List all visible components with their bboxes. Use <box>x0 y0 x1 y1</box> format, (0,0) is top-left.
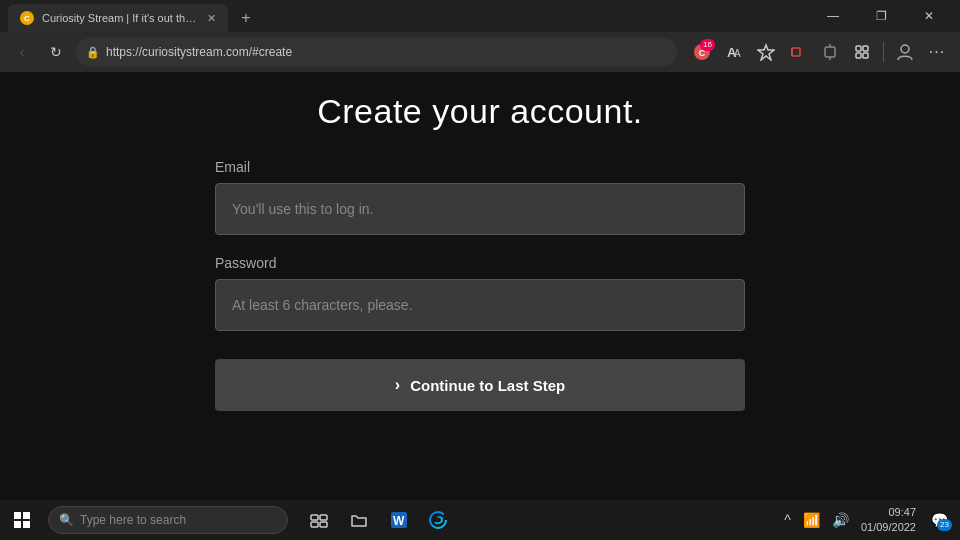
svg-marker-4 <box>758 45 774 60</box>
sound-icon[interactable]: 🔊 <box>828 510 853 530</box>
address-input[interactable]: 🔒 https://curiositystream.com/#create <box>76 38 677 66</box>
address-bar: ‹ ↻ 🔒 https://curiositystream.com/#creat… <box>0 32 960 72</box>
profile-icon[interactable] <box>890 37 920 67</box>
email-group: Email <box>215 159 745 235</box>
svg-rect-16 <box>320 515 327 520</box>
svg-rect-18 <box>320 522 327 527</box>
svg-rect-12 <box>856 53 861 58</box>
start-button[interactable] <box>0 500 44 540</box>
tab-close-icon[interactable]: ✕ <box>207 12 216 25</box>
more-button[interactable]: ··· <box>922 37 952 67</box>
svg-rect-10 <box>856 46 861 51</box>
system-clock[interactable]: 09:47 01/09/2022 <box>857 505 920 536</box>
collections-icon[interactable] <box>847 37 877 67</box>
minimize-button[interactable]: — <box>810 0 856 32</box>
email-input[interactable] <box>215 183 745 235</box>
copilot-badge: 16 <box>700 39 715 51</box>
svg-text:A: A <box>734 48 741 59</box>
title-bar: C Curiosity Stream | If it's out there..… <box>0 0 960 32</box>
password-label: Password <box>215 255 745 271</box>
refresh-button[interactable]: ↻ <box>42 38 70 66</box>
font-icon[interactable]: AA <box>719 37 749 67</box>
active-tab[interactable]: C Curiosity Stream | If it's out there..… <box>8 4 228 32</box>
svg-rect-15 <box>311 515 318 520</box>
tab-title: Curiosity Stream | If it's out there... <box>42 12 199 24</box>
edge-browser-button[interactable] <box>420 501 458 539</box>
maximize-button[interactable]: ❐ <box>858 0 904 32</box>
window-controls: — ❐ ✕ <box>810 0 952 32</box>
file-explorer-button[interactable] <box>340 501 378 539</box>
page-content: Create your account. Email Password › Co… <box>0 72 960 500</box>
taskbar: 🔍 Type here to search W <box>0 500 960 540</box>
taskbar-search[interactable]: 🔍 Type here to search <box>48 506 288 534</box>
password-input[interactable] <box>215 279 745 331</box>
svg-text:W: W <box>393 514 405 528</box>
tab-area: C Curiosity Stream | If it's out there..… <box>8 0 810 32</box>
word-button[interactable]: W <box>380 501 418 539</box>
network-icon[interactable]: 📶 <box>799 510 824 530</box>
page-title: Create your account. <box>317 92 643 131</box>
search-icon: 🔍 <box>59 513 74 527</box>
notification-badge: 23 <box>937 519 952 531</box>
toolbar-divider <box>883 42 884 62</box>
new-tab-button[interactable]: + <box>232 4 260 32</box>
chevron-up-icon[interactable]: ^ <box>780 510 795 530</box>
lock-icon: 🔒 <box>86 46 100 59</box>
copilot-icon[interactable]: C 16 <box>687 37 717 67</box>
continue-btn-label: Continue to Last Step <box>410 377 565 394</box>
svg-rect-17 <box>311 522 318 527</box>
clock-date: 01/09/2022 <box>861 520 916 535</box>
svg-rect-13 <box>863 53 868 58</box>
search-placeholder-text: Type here to search <box>80 513 186 527</box>
extensions-icon[interactable] <box>815 37 845 67</box>
chevron-right-icon: › <box>395 376 400 394</box>
toolbar-icons: C 16 AA ··· <box>687 37 952 67</box>
continue-button[interactable]: › Continue to Last Step <box>215 359 745 411</box>
read-aloud-icon[interactable] <box>783 37 813 67</box>
back-button[interactable]: ‹ <box>8 38 36 66</box>
url-text: https://curiositystream.com/#create <box>106 45 667 59</box>
clock-time: 09:47 <box>861 505 916 520</box>
taskbar-right: ^ 📶 🔊 09:47 01/09/2022 💬 23 <box>780 505 960 536</box>
svg-rect-5 <box>792 48 800 56</box>
password-group: Password <box>215 255 745 331</box>
windows-icon <box>14 512 30 528</box>
svg-rect-7 <box>825 47 835 57</box>
email-label: Email <box>215 159 745 175</box>
notification-button[interactable]: 💬 23 <box>924 505 954 535</box>
close-button[interactable]: ✕ <box>906 0 952 32</box>
tab-favicon: C <box>20 11 34 25</box>
svg-rect-11 <box>863 46 868 51</box>
taskbar-pinned-icons: W <box>300 501 458 539</box>
svg-point-14 <box>901 45 909 53</box>
task-view-button[interactable] <box>300 501 338 539</box>
system-tray-icons: ^ 📶 🔊 <box>780 510 853 530</box>
favorites-icon[interactable] <box>751 37 781 67</box>
